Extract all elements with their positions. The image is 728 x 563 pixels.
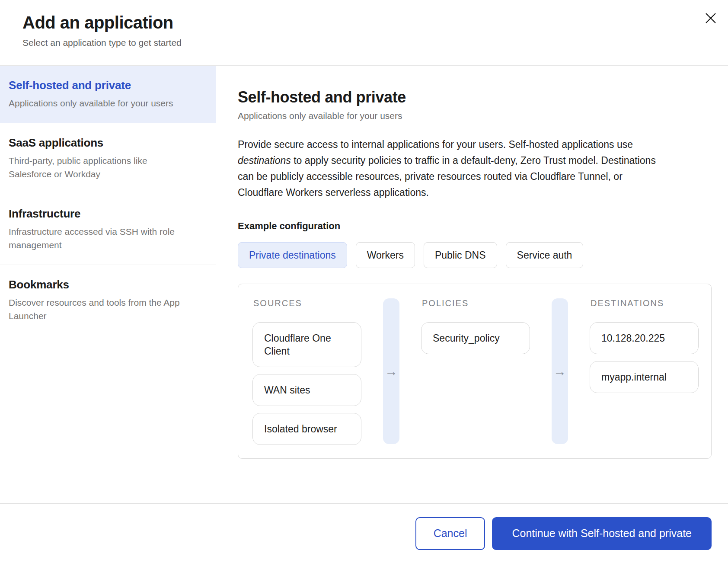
destination-node: myapp.internal <box>590 361 699 393</box>
source-node: Cloudflare One Client <box>252 322 361 367</box>
policy-node: Security_policy <box>421 322 530 354</box>
description-emphasis: destinations <box>238 155 291 166</box>
detail-subtitle: Applications only available for your use… <box>238 111 712 121</box>
arrow-right-icon: → <box>385 364 398 379</box>
sidebar-item-infrastructure[interactable]: Infrastructure Infrastructure accessed v… <box>0 194 216 265</box>
dialog-header: Add an application Select an application… <box>0 0 728 65</box>
dialog-title: Add an application <box>22 13 706 32</box>
dialog-body: Self-hosted and private Applications onl… <box>0 65 728 503</box>
sidebar-item-description: Discover resources and tools from the Ap… <box>9 296 190 323</box>
close-icon <box>704 12 717 25</box>
policies-nodes: Security_policy <box>421 322 530 354</box>
destinations-column-label: DESTINATIONS <box>591 298 699 308</box>
example-configuration-diagram: SOURCES Cloudflare One Client WAN sites … <box>238 284 712 459</box>
sidebar-item-description: Infrastructure accessed via SSH with rol… <box>9 225 190 252</box>
destinations-nodes: 10.128.20.225 myapp.internal <box>590 322 699 393</box>
dialog-footer: Cancel Continue with Self-hosted and pri… <box>0 503 728 563</box>
tab-private-destinations[interactable]: Private destinations <box>238 242 347 268</box>
flow-bar: → <box>383 298 399 444</box>
sidebar-item-self-hosted[interactable]: Self-hosted and private Applications onl… <box>0 66 216 123</box>
sidebar-item-saas[interactable]: SaaS applications Third-party, public ap… <box>0 123 216 194</box>
sidebar-item-description: Applications only available for your use… <box>9 96 190 110</box>
close-button[interactable] <box>703 10 718 26</box>
tab-workers[interactable]: Workers <box>356 242 415 268</box>
detail-panel: Self-hosted and private Applications onl… <box>216 66 728 503</box>
destination-node: 10.128.20.225 <box>590 322 699 354</box>
source-node: WAN sites <box>252 374 361 406</box>
sources-column-label: SOURCES <box>253 298 361 308</box>
tab-public-dns[interactable]: Public DNS <box>424 242 497 268</box>
example-tabs: Private destinations Workers Public DNS … <box>238 242 712 268</box>
source-node: Isolated browser <box>252 413 361 445</box>
example-configuration-heading: Example configuration <box>238 221 712 232</box>
sidebar-item-description: Third-party, public applications like Sa… <box>9 154 190 181</box>
tab-service-auth[interactable]: Service auth <box>506 242 584 268</box>
sources-nodes: Cloudflare One Client WAN sites Isolated… <box>252 322 361 445</box>
add-application-dialog: Add an application Select an application… <box>0 0 728 563</box>
continue-button[interactable]: Continue with Self-hosted and private <box>492 517 712 550</box>
dialog-subtitle: Select an application type to get starte… <box>22 38 706 48</box>
application-type-sidebar: Self-hosted and private Applications onl… <box>0 66 216 503</box>
arrow-right-icon: → <box>553 364 566 379</box>
flow-bar: → <box>552 298 568 444</box>
sidebar-item-label: Bookmarks <box>9 278 197 291</box>
policies-column: POLICIES Security_policy <box>421 298 530 444</box>
sidebar-item-label: Infrastructure <box>9 207 197 221</box>
sources-column: SOURCES Cloudflare One Client WAN sites … <box>252 298 361 444</box>
detail-title: Self-hosted and private <box>238 88 712 106</box>
sidebar-item-label: Self-hosted and private <box>9 79 197 92</box>
detail-description: Provide secure access to internal applic… <box>238 137 664 201</box>
description-text: Provide secure access to internal applic… <box>238 139 633 150</box>
policies-column-label: POLICIES <box>422 298 530 308</box>
cancel-button[interactable]: Cancel <box>415 517 485 550</box>
description-text: to apply security policies to traffic in… <box>238 155 656 198</box>
sidebar-item-label: SaaS applications <box>9 136 197 150</box>
destinations-column: DESTINATIONS 10.128.20.225 myapp.interna… <box>590 298 699 444</box>
sidebar-item-bookmarks[interactable]: Bookmarks Discover resources and tools f… <box>0 265 216 336</box>
